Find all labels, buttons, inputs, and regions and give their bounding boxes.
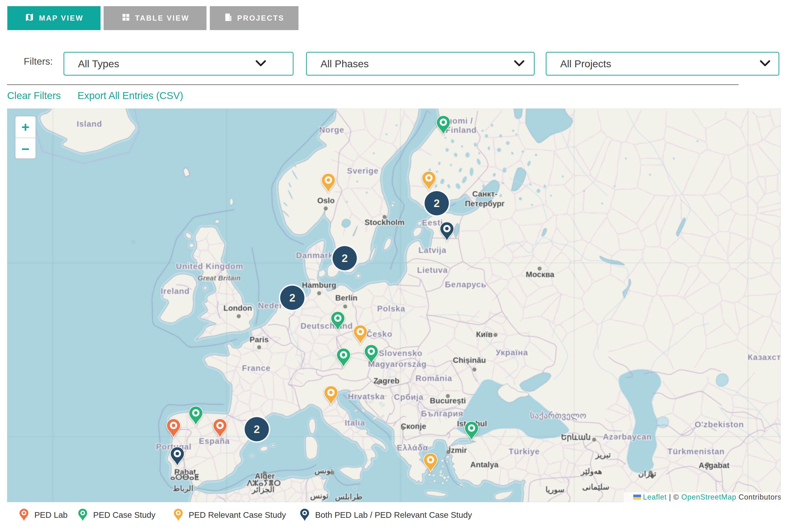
svg-text:Lietuva: Lietuva xyxy=(417,265,448,274)
svg-text:Latvija: Latvija xyxy=(419,245,446,254)
svg-text:هەولێر: هەولێر xyxy=(580,467,602,476)
svg-text:Stockholm: Stockholm xyxy=(365,218,405,227)
svg-text:Berlin: Berlin xyxy=(335,293,357,302)
svg-text:Italia: Italia xyxy=(345,418,365,427)
svg-text:Türkiye: Türkiye xyxy=(509,447,540,456)
svg-text:Казахстан: Казахстан xyxy=(748,353,781,362)
svg-text:Aşgabat: Aşgabat xyxy=(699,461,730,470)
svg-text:Україна: Україна xyxy=(496,348,528,357)
svg-text:Москва: Москва xyxy=(526,270,554,279)
svg-text:Санкт-: Санкт- xyxy=(472,190,497,198)
svg-text:Great Britain: Great Britain xyxy=(198,274,241,282)
svg-text:تبریز: تبریز xyxy=(595,450,611,459)
svg-text:سوريا: سوريا xyxy=(546,485,565,494)
svg-text:تهران: تهران xyxy=(638,469,656,478)
svg-text:România: România xyxy=(416,374,452,383)
svg-text:Sverige: Sverige xyxy=(347,166,379,175)
svg-text:London: London xyxy=(224,304,252,312)
svg-text:Paris: Paris xyxy=(250,335,269,344)
svg-text:تونس: تونس xyxy=(314,466,333,475)
svg-text:Петербург: Петербург xyxy=(465,199,505,208)
svg-text:საქართველო: საქართველო xyxy=(530,411,587,420)
svg-text:United Kingdom: United Kingdom xyxy=(176,262,243,271)
svg-text:الجزائر: الجزائر xyxy=(251,485,274,494)
svg-text:България: България xyxy=(421,409,463,418)
svg-text:Ireland: Ireland xyxy=(161,286,190,296)
svg-text:Србија: Србија xyxy=(394,392,424,401)
svg-text:O'zbekiston: O'zbekiston xyxy=(695,420,744,429)
svg-text:Hamburg: Hamburg xyxy=(302,281,336,289)
svg-text:ⴰⵔⴱⴰⵟ: ⴰⵔⴱⴰⵟ xyxy=(170,473,199,481)
svg-text:Norge: Norge xyxy=(319,125,344,134)
svg-text:Antalya: Antalya xyxy=(470,460,499,469)
svg-text:Island: Island xyxy=(77,119,102,128)
svg-text:سلێمانی: سلێمانی xyxy=(582,482,609,491)
svg-text:Polska: Polska xyxy=(377,304,405,313)
svg-text:طرابلس: طرابلس xyxy=(335,492,363,501)
svg-text:Česko: Česko xyxy=(366,329,392,339)
svg-text:Azərbaycan: Azərbaycan xyxy=(603,432,652,441)
svg-text:Ελλάδα: Ελλάδα xyxy=(397,443,428,452)
svg-text:Беларусь: Беларусь xyxy=(445,280,487,289)
svg-text:تونس: تونس xyxy=(310,491,329,500)
svg-text:Oslo: Oslo xyxy=(317,196,334,205)
svg-text:Chișinău: Chișinău xyxy=(453,356,486,365)
svg-text:Київ: Київ xyxy=(476,330,493,339)
svg-text:İzmir: İzmir xyxy=(448,446,467,455)
svg-text:Türkmenistan: Türkmenistan xyxy=(667,447,725,456)
svg-text:Slovensko: Slovensko xyxy=(379,348,422,358)
svg-text:Hrvatska: Hrvatska xyxy=(348,392,385,401)
svg-text:Скопје: Скопје xyxy=(401,422,426,431)
svg-text:France: France xyxy=(242,363,271,373)
svg-text:Երևան: Երևան xyxy=(561,433,591,442)
svg-text:الرباط: الرباط xyxy=(172,484,193,493)
svg-text:Danmark: Danmark xyxy=(296,251,333,260)
